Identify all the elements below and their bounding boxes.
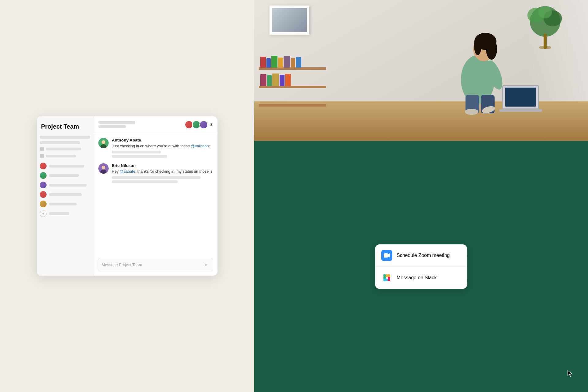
svg-point-16 xyxy=(474,37,481,55)
msg-content: Anthony Abate Just checking in on where … xyxy=(112,138,213,158)
svg-point-20 xyxy=(465,109,478,115)
dm-item[interactable] xyxy=(40,163,90,169)
svg-rect-42 xyxy=(388,279,390,281)
svg-rect-24 xyxy=(259,104,326,107)
photo-section xyxy=(254,0,588,141)
svg-rect-37 xyxy=(384,253,388,258)
msg-sender: Eric Nilsson xyxy=(112,163,213,168)
chat-input-area: Message Project Team ➤ xyxy=(93,255,217,276)
svg-rect-44 xyxy=(383,277,386,279)
sidebar-skeleton xyxy=(40,141,80,144)
svg-point-1 xyxy=(102,140,105,144)
sidebar-skeleton xyxy=(40,136,90,139)
folder-icon xyxy=(40,154,44,158)
svg-rect-32 xyxy=(260,74,266,86)
msg-skeleton xyxy=(112,151,161,153)
header-skeletons xyxy=(98,121,135,128)
svg-rect-45 xyxy=(388,277,390,279)
cursor-icon xyxy=(567,370,573,379)
header-avatars: 8 xyxy=(185,120,213,129)
message-slack-item[interactable]: Message on Slack xyxy=(375,267,467,289)
folder-icon xyxy=(40,147,44,151)
msg-sender: Anthony Abate xyxy=(112,138,213,142)
green-panel: Schedule Zoom meeting xyxy=(254,141,588,392)
svg-rect-36 xyxy=(285,74,291,86)
svg-rect-28 xyxy=(278,58,283,68)
add-dm-icon: + xyxy=(40,210,47,217)
msg-avatar xyxy=(98,163,109,174)
action-card: Schedule Zoom meeting xyxy=(375,244,467,289)
photo-placeholder xyxy=(254,0,588,141)
left-panel: Project Team xyxy=(0,0,254,392)
svg-rect-30 xyxy=(291,58,295,68)
chat-main: 8 Anthony Abate xyxy=(93,116,217,276)
message-slack-label: Message on Slack xyxy=(397,275,437,281)
schedule-zoom-label: Schedule Zoom meeting xyxy=(397,253,450,258)
bookshelf xyxy=(259,52,326,113)
msg-mention: @enilsson xyxy=(191,144,209,148)
svg-rect-40 xyxy=(388,274,390,277)
svg-point-15 xyxy=(486,38,497,60)
msg-text-suffix: : xyxy=(209,144,210,148)
svg-rect-22 xyxy=(259,67,326,70)
header-skeleton xyxy=(98,125,126,128)
sidebar-skeleton xyxy=(46,148,81,150)
dm-item[interactable] xyxy=(40,191,90,198)
svg-rect-39 xyxy=(383,274,386,277)
svg-point-4 xyxy=(102,166,105,169)
right-panel: Schedule Zoom meeting xyxy=(254,0,588,392)
schedule-zoom-item[interactable]: Schedule Zoom meeting xyxy=(375,244,467,267)
msg-avatar xyxy=(98,138,109,148)
svg-rect-33 xyxy=(267,75,272,86)
svg-point-9 xyxy=(538,6,552,18)
msg-text: Hey @aabate, thanks for checking in, my … xyxy=(112,169,213,175)
svg-rect-43 xyxy=(386,274,388,277)
svg-rect-23 xyxy=(259,86,326,88)
dm-avatar xyxy=(40,172,47,179)
msg-text-suffix: , thanks for checking in, my status on t… xyxy=(135,169,213,174)
svg-rect-46 xyxy=(386,279,388,281)
svg-rect-26 xyxy=(266,58,271,68)
svg-rect-47 xyxy=(386,277,388,279)
dm-item[interactable] xyxy=(40,182,90,188)
msg-skeleton xyxy=(112,176,201,179)
artwork-frame xyxy=(270,6,309,35)
dm-item[interactable] xyxy=(40,201,90,207)
dm-item[interactable] xyxy=(40,172,90,179)
msg-skeleton xyxy=(112,155,167,158)
svg-rect-41 xyxy=(383,279,386,281)
chat-input-box[interactable]: Message Project Team ➤ xyxy=(98,258,213,271)
msg-text: Just checking in on where you're at with… xyxy=(112,143,213,149)
svg-rect-34 xyxy=(272,74,279,86)
svg-rect-35 xyxy=(280,75,285,86)
person-silhouette xyxy=(435,18,521,116)
dm-avatar xyxy=(40,191,47,198)
message-input-placeholder[interactable]: Message Project Team xyxy=(102,262,202,267)
msg-text-prefix: Hey xyxy=(112,169,120,174)
sidebar-folder-row xyxy=(40,154,90,158)
header-avatar xyxy=(199,120,208,129)
msg-mention: @aabate xyxy=(120,169,135,174)
msg-content: Eric Nilsson Hey @aabate, thanks for che… xyxy=(112,163,213,183)
send-icon[interactable]: ➤ xyxy=(202,261,209,268)
msg-skeleton xyxy=(112,180,178,183)
slack-icon xyxy=(381,272,392,283)
chat-messages: Anthony Abate Just checking in on where … xyxy=(93,133,217,255)
plant xyxy=(527,3,564,50)
dm-avatar xyxy=(40,201,47,207)
message-row: Eric Nilsson Hey @aabate, thanks for che… xyxy=(98,163,213,183)
msg-text-prefix: Just checking in on where you're at with… xyxy=(112,144,191,148)
add-dm-item[interactable]: + xyxy=(40,210,90,217)
svg-rect-31 xyxy=(296,57,301,68)
chat-sidebar: Project Team xyxy=(37,116,93,276)
dm-avatar xyxy=(40,163,47,169)
chat-header: 8 xyxy=(93,116,217,133)
dm-avatar xyxy=(40,182,47,188)
svg-rect-25 xyxy=(260,57,266,68)
zoom-icon xyxy=(381,250,392,261)
sidebar-skeleton xyxy=(46,155,76,157)
svg-rect-29 xyxy=(284,56,290,68)
svg-point-11 xyxy=(539,46,551,49)
sidebar-folder-row xyxy=(40,147,90,151)
header-skeleton xyxy=(98,121,135,124)
